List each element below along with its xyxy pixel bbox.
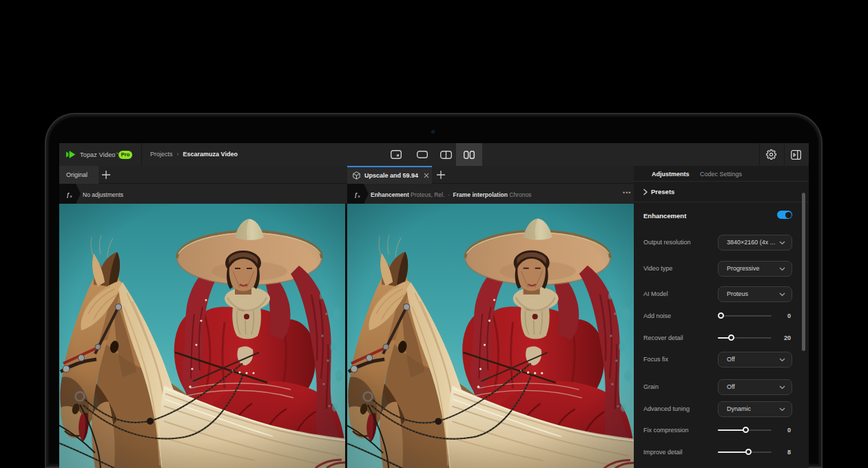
svg-text:ƒ: ƒ [66,191,70,198]
svg-text:ƒ: ƒ [354,191,358,198]
